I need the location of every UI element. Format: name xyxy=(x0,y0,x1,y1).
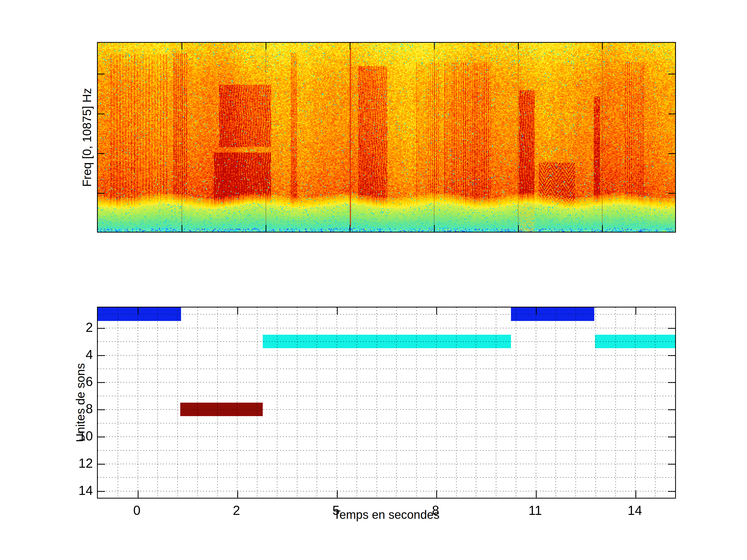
spectrogram-ylabel: Freq [0, 10875] Hz xyxy=(79,60,95,215)
x-tick-label-0: 0 xyxy=(121,503,153,518)
unit3-segment-a xyxy=(263,335,511,348)
y-tick-label-4: 4 xyxy=(67,347,93,362)
y-tick-label-12: 12 xyxy=(67,456,93,471)
unit1-segment-b xyxy=(511,308,594,321)
unit3-segment-b xyxy=(595,335,675,348)
units-plot xyxy=(97,307,676,499)
spectrogram-image xyxy=(98,43,675,232)
spectrogram-plot xyxy=(97,42,676,233)
x-tick-label-5: 5 xyxy=(320,503,352,518)
figure-canvas: Freq [0, 10875] Hz Unites de sons Temps … xyxy=(0,0,747,560)
unit8-segment xyxy=(180,403,263,416)
x-tick-label-14: 14 xyxy=(619,503,650,518)
x-tick-label-2: 2 xyxy=(221,503,252,518)
y-tick-label-6: 6 xyxy=(67,374,93,389)
y-tick-label-2: 2 xyxy=(67,320,93,335)
y-tick-label-10: 10 xyxy=(67,429,93,444)
unit1-segment-a xyxy=(98,308,181,321)
x-tick-label-11: 11 xyxy=(519,503,551,518)
y-tick-label-8: 8 xyxy=(67,401,93,416)
segment-bars-layer xyxy=(98,308,675,498)
y-tick-label-14: 14 xyxy=(67,483,93,498)
x-tick-label-8: 8 xyxy=(420,503,451,518)
